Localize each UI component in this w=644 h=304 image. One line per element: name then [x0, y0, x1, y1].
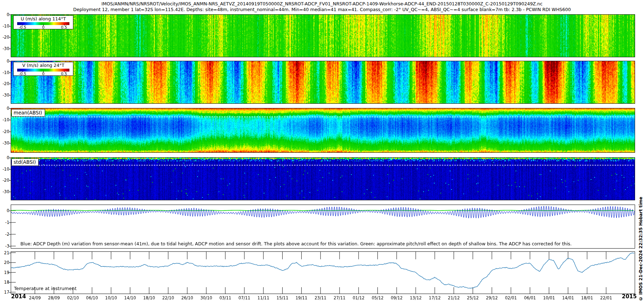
y-tickmark-u — [9, 26, 11, 26]
x-tick-label: 06/01 — [522, 295, 538, 300]
y-tickmark-depth — [9, 246, 11, 246]
u-colorbar-tick-label: 0.5 — [61, 25, 67, 30]
y-tick-label-temp: 18 — [0, 280, 9, 285]
x-tick-label: 22/01 — [598, 295, 614, 300]
x-tick-label: 26/10 — [179, 295, 195, 300]
y-tick-label-mean: -30 — [0, 141, 9, 146]
y-tickmark-std — [9, 169, 11, 170]
std-absi-heatmap-canvas — [11, 158, 635, 200]
x-tick-label: 11/11 — [255, 295, 272, 300]
panel-temperature: Temperature at instrument — [11, 251, 635, 294]
x-tick-label: 21/12 — [445, 295, 462, 300]
y-tick-label-depth: -2 — [0, 232, 9, 237]
x-tick-label: 06/10 — [84, 295, 100, 300]
x-tick-label: 10/10 — [103, 295, 119, 300]
v-colorbar-legend: V (m/s) along 24°T -0.5 0 0.5 — [13, 62, 73, 76]
temperature-line-canvas — [11, 252, 635, 294]
y-tick-label-std: -20 — [0, 178, 9, 183]
u-colorbar-tick-label: -0.5 — [19, 25, 26, 30]
mean-absi-label: mean(ABSI) — [11, 109, 45, 117]
y-tickmark-temp — [9, 273, 11, 273]
u-colorbar-tick-label: 0 — [42, 25, 45, 30]
y-tickmark-std — [9, 192, 11, 192]
panel-v-velocity: V (m/s) along 24°T -0.5 0 0.5 — [11, 61, 635, 104]
y-tick-label-std: 0 — [0, 155, 9, 160]
y-tick-label-depth: 0 — [0, 208, 9, 213]
x-tick-label: 18/01 — [579, 295, 595, 300]
copyright-vertical-text: © IMOS 21-Dec-2024 22:32:35 Hobart time — [638, 197, 643, 301]
u-legend-title: U (m/s) along 114°T — [14, 16, 73, 21]
x-tick-label: 09/12 — [389, 295, 405, 300]
y-tick-label-v: -10 — [0, 70, 9, 75]
temperature-label: Temperature at instrument — [14, 286, 77, 291]
depth-variation-note: Blue: ADCP Depth (m) variation from sens… — [20, 241, 572, 246]
mean-absi-heatmap-canvas — [11, 108, 635, 152]
panel-std-absi: std(ABSI) — [11, 157, 635, 200]
x-tick-label: 10/01 — [541, 295, 557, 300]
x-tick-label: 17/12 — [426, 295, 443, 300]
v-colorbar-tick-label: 0.5 — [61, 72, 67, 76]
y-tickmark-temp — [9, 263, 11, 263]
y-tick-label-depth: -3 — [0, 244, 9, 249]
x-tick-label: 25/12 — [465, 295, 481, 300]
y-tickmark-u — [9, 49, 11, 49]
y-tickmark-mean — [9, 120, 11, 120]
std-absi-label: std(ABSI) — [11, 158, 39, 166]
y-tick-label-mean: -10 — [0, 117, 9, 122]
y-tick-label-v: -20 — [0, 81, 9, 86]
y-tick-label-u: -10 — [0, 24, 9, 29]
x-tick-label: 15/11 — [274, 295, 291, 300]
x-tick-label: 14/10 — [122, 295, 138, 300]
y-tick-label-u: -20 — [0, 35, 9, 40]
figure-title-filename: IMOS/ANMN/NRS/NRSROT/Velocity/IMOS_ANMN-… — [0, 1, 644, 6]
x-tick-label: 22/10 — [160, 295, 176, 300]
y-tickmark-v — [9, 95, 11, 95]
y-tick-label-std: -30 — [0, 189, 9, 194]
v-colorbar-tick-label: -0.5 — [19, 72, 26, 76]
x-tick-label: 29/12 — [484, 295, 500, 300]
y-tickmark-temp — [9, 292, 11, 293]
x-tick-label: 05/12 — [370, 295, 386, 300]
x-tick-label: 24/09 — [27, 295, 43, 300]
y-tickmark-v — [9, 84, 11, 84]
v-velocity-heatmap-canvas — [11, 61, 635, 103]
y-tickmark-u — [9, 37, 11, 38]
figure-root: IMOS/ANMN/NRS/NRSROT/Velocity/IMOS_ANMN-… — [0, 0, 644, 304]
figure-subtitle-deployment: Deployment 12, member 1 lat=32S lon=115.… — [0, 7, 644, 12]
y-tick-label-v: 0 — [0, 59, 9, 64]
panel-mean-absi: mean(ABSI) — [11, 108, 635, 153]
panel-depth-variation: Blue: ADCP Depth (m) variation from sens… — [11, 205, 635, 249]
x-axis-year-end: 2015 — [622, 293, 637, 300]
y-tick-label-temp: 17 — [0, 290, 9, 295]
x-tick-label: 28/09 — [46, 295, 62, 300]
y-tickmark-temp — [9, 253, 11, 253]
panel-u-velocity: U (m/s) along 114°T -0.5 0 0.5 — [11, 14, 635, 57]
x-tick-label: 27/11 — [331, 295, 348, 300]
y-tickmark-depth — [9, 234, 11, 235]
y-tick-label-u: -30 — [0, 46, 9, 51]
x-axis-year-start: 2014 — [11, 293, 26, 300]
y-tick-label-temp: 21 — [0, 250, 9, 255]
y-tickmark-mean — [9, 108, 11, 109]
y-tick-label-temp: 20 — [0, 260, 9, 265]
y-tick-label-mean: -20 — [0, 129, 9, 134]
x-tick-label: 23/11 — [312, 295, 329, 300]
y-tickmark-std — [9, 180, 11, 181]
x-tick-label: 19/11 — [293, 295, 310, 300]
x-tick-label: 01/12 — [350, 295, 367, 300]
x-tick-label: 02/10 — [65, 295, 81, 300]
y-tickmark-mean — [9, 132, 11, 132]
x-tick-label: 07/11 — [236, 295, 253, 300]
y-tick-label-std: -10 — [0, 167, 9, 172]
x-tick-label: 13/12 — [408, 295, 424, 300]
x-tick-label: 14/01 — [560, 295, 576, 300]
x-tick-label: 30/10 — [198, 295, 215, 300]
y-tick-label-mean: 0 — [0, 106, 9, 111]
y-tickmark-u — [9, 15, 11, 15]
u-velocity-heatmap-canvas — [11, 15, 635, 57]
y-tickmark-v — [9, 73, 11, 73]
y-tickmark-temp — [9, 282, 11, 283]
v-legend-title: V (m/s) along 24°T — [14, 63, 73, 68]
y-tick-label-temp: 19 — [0, 270, 9, 275]
y-tickmark-std — [9, 158, 11, 158]
